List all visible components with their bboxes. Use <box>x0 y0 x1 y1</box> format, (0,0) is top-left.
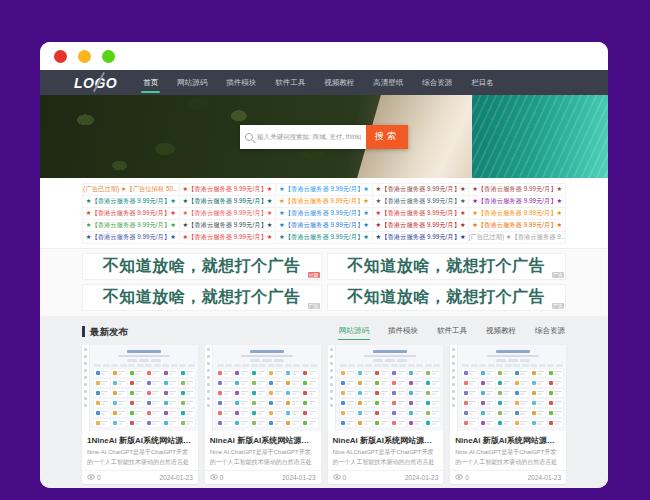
tab-3[interactable]: 视频教程 <box>485 322 517 340</box>
nav-item-4[interactable]: 视频教程 <box>324 72 354 94</box>
text-ad-link[interactable]: ★【香港云服务器 9.99元/月】★ <box>276 208 373 220</box>
nav-item-0[interactable]: 首页 <box>143 72 158 94</box>
banner-ad[interactable]: 不知道放啥，就想打个广告广告 <box>327 253 567 280</box>
banner-ads-panel: 不知道放啥，就想打个广告过期不知道放啥，就想打个广告广告不知道放啥，就想打个广告… <box>40 248 608 316</box>
text-ad-link[interactable]: (广告已过期) ★【香港云服务器 9... <box>469 232 566 244</box>
search-button[interactable]: 搜索 <box>366 125 408 149</box>
banner-ad[interactable]: 不知道放啥，就想打个广告广告 <box>82 284 322 311</box>
thumbnail-header-line <box>250 350 284 353</box>
thumbnail-sidebar <box>205 345 213 431</box>
thumbnail-filter-row <box>94 364 195 367</box>
search-icon <box>245 133 253 141</box>
window-titlebar <box>40 42 608 70</box>
eye-icon <box>210 474 218 481</box>
minimize-button[interactable] <box>78 50 91 63</box>
main-navbar: LOGO 首页网站源码插件模块软件工具视频教程高清壁纸综合资源栏目名 <box>40 70 608 95</box>
thumbnail-links-row <box>462 359 563 362</box>
text-ad-link[interactable]: ★【香港云服务器 9.99元/月】★ <box>373 220 470 232</box>
nav-item-5[interactable]: 高清壁纸 <box>373 72 403 94</box>
text-ad-link[interactable]: ★【香港云服务器 9.99元/月】★ <box>469 208 566 220</box>
close-button[interactable] <box>54 50 67 63</box>
thumbnail-sidebar <box>328 345 336 431</box>
text-ad-link[interactable]: ★【香港云服务器 9.99元/月】★ <box>373 196 470 208</box>
article-card[interactable]: NineAi 新版AI系统网站源码 C...Nine AI.ChatGPT是基于… <box>205 345 321 484</box>
article-card[interactable]: 1NineAi 新版AI系统网站源码 ...Nine AI.ChatGPT是基于… <box>82 345 198 484</box>
card-footer: 02024-01-23 <box>328 470 444 484</box>
nav-item-2[interactable]: 插件模块 <box>226 72 256 94</box>
banner-status-tag: 过期 <box>308 272 320 278</box>
views-count: 0 <box>455 474 469 481</box>
views-count: 0 <box>333 474 347 481</box>
card-footer: 02024-01-23 <box>205 470 321 484</box>
card-footer: 02024-01-23 <box>82 470 198 484</box>
text-ad-link[interactable]: ★【香港云服务器 9.99元/月】★ <box>83 208 180 220</box>
thumbnail-header-line <box>127 350 161 353</box>
card-thumbnail <box>328 345 444 431</box>
nav-item-6[interactable]: 综合资源 <box>422 72 452 94</box>
banner-ads-grid: 不知道放啥，就想打个广告过期不知道放啥，就想打个广告广告不知道放啥，就想打个广告… <box>82 253 566 311</box>
thumbnail-links-row <box>340 359 441 362</box>
text-ads-grid: (广告已过期) ★【广告位招租 50...★【香港云服务器 9.99元/月】★★… <box>82 183 566 244</box>
text-ad-link[interactable]: ★【香港云服务器 9.99元/月】★ <box>180 220 277 232</box>
thumbnail-links-row <box>217 359 318 362</box>
text-ad-link[interactable]: ★【香港云服务器 9.99元/月】★ <box>373 208 470 220</box>
text-ad-link[interactable]: ★【香港云服务器 9.99元/月】★ <box>276 196 373 208</box>
thumbnail-sidebar <box>450 345 458 431</box>
thumbnail-filter-row <box>462 364 563 367</box>
card-thumbnail <box>450 345 566 431</box>
nav-item-3[interactable]: 软件工具 <box>275 72 305 94</box>
thumbnail-header-line <box>364 355 416 357</box>
card-title[interactable]: NineAi 新版AI系统网站源码 C... <box>205 431 321 448</box>
article-card[interactable]: NineAi 新版AI系统网站源码 C...Nine AI.ChatGPT是基于… <box>328 345 444 484</box>
thumbnail-app-grid <box>94 369 195 428</box>
eye-icon <box>455 474 463 481</box>
maximize-button[interactable] <box>102 50 115 63</box>
article-card-grid: 1NineAi 新版AI系统网站源码 ...Nine AI.ChatGPT是基于… <box>82 345 566 484</box>
text-ad-link[interactable]: ★【香港云服务器 9.99元/月】★ <box>469 220 566 232</box>
text-ad-link[interactable]: ★【香港云服务器 9.99元/月】★ <box>180 232 277 244</box>
tab-0[interactable]: 网站源码 <box>338 322 370 340</box>
thumbnail-header-line <box>487 355 539 357</box>
card-title[interactable]: NineAi 新版AI系统网站源码 C... <box>328 431 444 448</box>
tab-1[interactable]: 插件模块 <box>387 322 419 340</box>
text-ad-link[interactable]: ★【香港云服务器 9.99元/月】★ <box>276 220 373 232</box>
thumbnail-header-line <box>241 355 293 357</box>
section-title: 最新发布 <box>82 326 128 337</box>
banner-ad[interactable]: 不知道放啥，就想打个广告过期 <box>82 253 322 280</box>
banner-ad-text: 不知道放啥，就想打个广告 <box>103 287 301 308</box>
text-ad-link[interactable]: (广告已过期) ★【广告位招租 50... <box>83 184 180 196</box>
text-ad-link[interactable]: ★【香港云服务器 9.99元/月】★ <box>373 184 470 196</box>
text-ad-link[interactable]: ★【香港云服务器 9.99元/月】★ <box>180 208 277 220</box>
text-ads-panel: (广告已过期) ★【广告位招租 50...★【香港云服务器 9.99元/月】★★… <box>40 178 608 248</box>
tab-2[interactable]: 软件工具 <box>436 322 468 340</box>
browser-window: LOGO 首页网站源码插件模块软件工具视频教程高清壁纸综合资源栏目名 搜索 (广… <box>40 42 608 488</box>
tab-4[interactable]: 综合资源 <box>534 322 566 340</box>
nav-item-1[interactable]: 网站源码 <box>177 72 207 94</box>
search-input-wrap <box>240 125 366 149</box>
nav-item-7[interactable]: 栏目名 <box>471 72 494 94</box>
article-card[interactable]: NineAi 新版AI系统网站源码 C...Nine AI.ChatGPT是基于… <box>450 345 566 484</box>
text-ad-link[interactable]: ★【香港云服务器 9.99元/月】★ <box>180 196 277 208</box>
banner-ad[interactable]: 不知道放啥，就想打个广告广告 <box>327 284 567 311</box>
thumbnail-header-line <box>496 350 530 353</box>
views-count: 0 <box>87 474 101 481</box>
text-ad-link[interactable]: ★【香港云服务器 9.99元/月】★ <box>83 196 180 208</box>
text-ad-link[interactable]: ★【香港云服务器 9.99元/月】★ <box>276 232 373 244</box>
hero-sea-image <box>472 95 608 178</box>
search-input[interactable] <box>257 133 361 140</box>
text-ad-link[interactable]: ★【香港云服务器 9.99元/月】★ <box>469 196 566 208</box>
text-ad-link[interactable]: ★【香港云服务器 9.99元/月】★ <box>276 184 373 196</box>
text-ad-link[interactable]: ★【香港云服务器 9.99元/月】★ <box>83 220 180 232</box>
publish-date: 2024-01-23 <box>528 474 561 481</box>
card-title[interactable]: NineAi 新版AI系统网站源码 C... <box>450 431 566 448</box>
publish-date: 2024-01-23 <box>405 474 438 481</box>
text-ad-link[interactable]: ★【香港云服务器 9.99元/月】★ <box>83 232 180 244</box>
views-count: 0 <box>210 474 224 481</box>
text-ad-link[interactable]: ★【香港云服务器 9.99元/月】★ <box>180 184 277 196</box>
card-description: Nine AI.ChatGPT是基于ChatGPT开发的一个人工智能技术驱动的自… <box>82 448 198 468</box>
card-title[interactable]: 1NineAi 新版AI系统网站源码 ... <box>82 431 198 448</box>
text-ad-link[interactable]: ★【香港云服务器 9.99元/月】★ <box>373 232 470 244</box>
site-logo[interactable]: LOGO <box>74 75 117 91</box>
text-ad-link[interactable]: ★【香港云服务器 9.99元/月】★ <box>469 184 566 196</box>
latest-section-header: 最新发布 网站源码插件模块软件工具视频教程综合资源 <box>82 321 566 341</box>
